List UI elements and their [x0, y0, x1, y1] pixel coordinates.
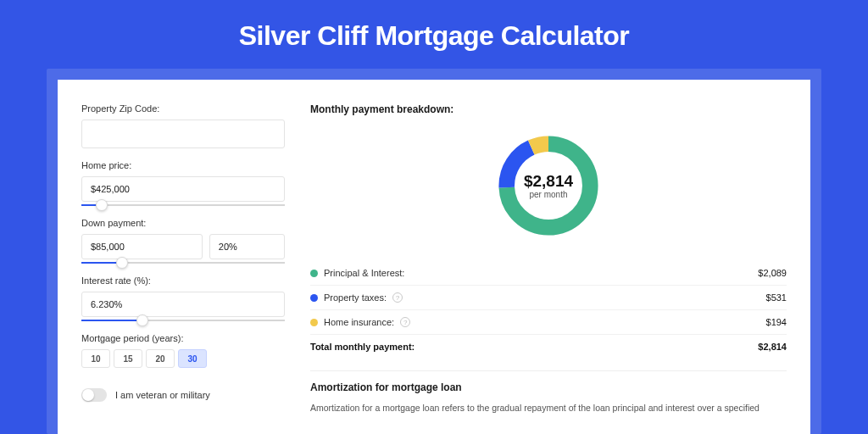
form-column: Property Zip Code: Home price: Down paym… [81, 103, 285, 434]
breakdown-row-taxes: Property taxes: ? $531 [310, 285, 787, 309]
veteran-toggle-knob [82, 389, 94, 401]
donut-amount: $2,814 [524, 172, 573, 191]
breakdown-row-left: Home insurance: ? [310, 317, 410, 327]
breakdown-row-total: Total monthly payment: $2,814 [310, 334, 787, 359]
veteran-toggle[interactable] [81, 388, 107, 402]
mortgage-period-label: Mortgage period (years): [81, 333, 285, 343]
dot-icon [310, 270, 318, 277]
interest-rate-slider[interactable] [81, 320, 285, 321]
breakdown-row-value: $2,089 [758, 268, 787, 278]
interest-rate-slider-thumb[interactable] [136, 314, 148, 326]
veteran-row: I am veteran or military [81, 388, 285, 402]
donut-center: $2,814 per month [493, 131, 604, 241]
veteran-label: I am veteran or military [115, 390, 210, 400]
breakdown-row-left: Principal & Interest: [310, 268, 404, 278]
breakdown-row-insurance: Home insurance: ? $194 [310, 309, 787, 334]
donut-chart: $2,814 per month [493, 131, 604, 241]
interest-rate-label: Interest rate (%): [81, 275, 285, 286]
breakdown-list: Principal & Interest: $2,089 Property ta… [310, 261, 787, 359]
home-price-slider[interactable] [81, 204, 285, 206]
dot-icon [310, 294, 318, 302]
breakdown-total-label: Total monthly payment: [310, 342, 415, 352]
donut-chart-wrap: $2,814 per month [310, 115, 787, 259]
breakdown-row-label: Property taxes: [324, 292, 387, 303]
page-title: Silver Cliff Mortgage Calculator [47, 0, 821, 69]
breakdown-block: Monthly payment breakdown: [310, 103, 787, 359]
down-payment-label: Down payment: [81, 218, 285, 228]
interest-rate-slider-fill [81, 320, 142, 321]
home-price-label: Home price: [81, 160, 285, 170]
breakdown-row-principal: Principal & Interest: $2,089 [310, 261, 787, 285]
zip-label: Property Zip Code: [81, 103, 285, 114]
amortization-title: Amortization for mortgage loan [310, 381, 787, 393]
breakdown-row-left: Total monthly payment: [310, 342, 415, 352]
period-option-15[interactable]: 15 [114, 349, 142, 368]
down-payment-row [81, 234, 285, 259]
down-payment-percent-input[interactable] [209, 234, 285, 259]
amortization-block: Amortization for mortgage loan Amortizat… [310, 370, 787, 415]
info-icon[interactable]: ? [400, 317, 410, 327]
interest-rate-input[interactable] [81, 292, 285, 317]
inner-band: Property Zip Code: Home price: Down paym… [47, 69, 821, 434]
breakdown-row-left: Property taxes: ? [310, 292, 403, 303]
donut-sub: per month [529, 190, 567, 199]
amortization-text: Amortization for a mortgage loan refers … [310, 402, 787, 415]
breakdown-row-label: Principal & Interest: [324, 268, 404, 278]
mortgage-period-row: 10 15 20 30 [81, 349, 285, 368]
breakdown-row-value: $194 [766, 317, 787, 327]
down-payment-amount-input[interactable] [81, 234, 203, 259]
breakdown-column: Monthly payment breakdown: [310, 103, 787, 434]
breakdown-title: Monthly payment breakdown: [310, 103, 787, 115]
period-option-10[interactable]: 10 [81, 349, 110, 368]
page-background: Silver Cliff Mortgage Calculator Propert… [0, 0, 868, 434]
down-payment-slider[interactable] [81, 262, 285, 264]
breakdown-row-label: Home insurance: [324, 317, 394, 327]
down-payment-slider-thumb[interactable] [116, 257, 128, 269]
period-option-30[interactable]: 30 [178, 349, 207, 368]
zip-input[interactable] [81, 120, 285, 148]
dot-icon [310, 319, 318, 326]
home-price-input[interactable] [81, 176, 285, 202]
info-icon[interactable]: ? [392, 292, 403, 303]
home-price-slider-thumb[interactable] [96, 199, 108, 211]
calculator-card: Property Zip Code: Home price: Down paym… [58, 80, 810, 434]
breakdown-total-value: $2,814 [758, 342, 787, 352]
breakdown-row-value: $531 [766, 292, 787, 303]
period-option-20[interactable]: 20 [146, 349, 175, 368]
